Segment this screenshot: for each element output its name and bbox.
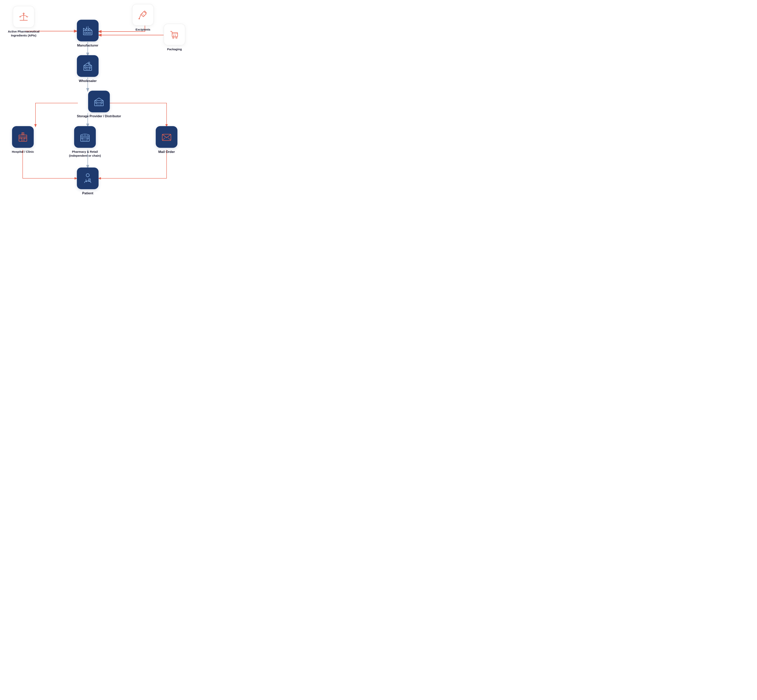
diagram-container: Active Pharmaceutical Ingredients (APIs)… [0,0,189,207]
packaging-icon [169,28,180,41]
storage-node: Storage Provider / Distributor [77,91,121,119]
svg-line-10 [139,14,141,18]
excipients-icon [137,9,149,21]
storage-label: Storage Provider / Distributor [77,114,121,119]
manufacturer-icon-box [77,20,99,41]
hospital-icon-box [12,126,34,148]
hospital-label: Hospital / Clinic [12,150,34,154]
svg-line-9 [23,15,27,16]
api-node: Active Pharmaceutical Ingredients (APIs) [4,6,43,37]
svg-point-5 [23,13,24,14]
svg-rect-47 [87,138,89,139]
svg-rect-19 [84,32,86,34]
wholesaler-node: Wholesaler [77,55,99,83]
svg-rect-38 [20,138,21,139]
svg-rect-33 [95,102,97,103]
hospital-node: Hospital / Clinic [12,126,34,154]
packaging-label: Packaging [167,47,182,51]
svg-rect-21 [89,32,91,34]
manufacturer-node: Manufacturer [77,20,99,48]
svg-point-11 [139,18,140,19]
svg-rect-39 [25,138,26,139]
pharmacy-icon-box [74,126,96,148]
svg-line-8 [20,15,23,16]
api-icon-box [13,6,34,28]
excipients-label: Excipients [135,28,150,31]
storage-icon [93,95,105,108]
svg-line-53 [168,138,171,141]
wholesaler-icon [82,60,94,72]
svg-line-52 [162,138,165,141]
patient-icon-box [77,167,99,189]
api-icon [18,11,30,23]
svg-rect-27 [84,67,86,68]
mailorder-icon [161,131,172,143]
svg-rect-28 [89,67,91,68]
svg-rect-46 [81,138,83,139]
manufacturer-icon [82,25,94,36]
wholesaler-label: Wholesaler [79,79,97,83]
patient-node: Patient [77,167,99,195]
wholesaler-icon-box [77,55,99,77]
excipients-icon-box [132,4,154,26]
svg-point-54 [86,173,89,177]
mailorder-node: Mail Order [156,126,177,154]
patient-icon [82,172,94,184]
svg-point-15 [176,37,177,39]
svg-point-14 [173,37,174,39]
packaging-icon-box [164,23,185,45]
mailorder-icon-box [156,126,177,148]
patient-label: Patient [82,191,94,195]
pharmacy-node: Pharmacy & Retail(independent or chain) [69,126,101,158]
svg-rect-13 [172,33,178,37]
svg-rect-34 [101,102,103,103]
storage-icon-box [88,91,110,112]
packaging-node: Packaging [164,23,185,51]
api-label: Active Pharmaceutical Ingredients (APIs) [4,30,43,37]
svg-rect-20 [87,32,89,34]
hospital-icon [17,131,29,143]
pharmacy-icon [79,131,91,143]
svg-point-55 [86,181,87,182]
pharmacy-label: Pharmacy & Retail(independent or chain) [69,150,101,158]
mailorder-label: Mail Order [158,150,175,154]
manufacturer-label: Manufacturer [77,43,99,48]
excipients-node: Excipients [132,4,154,31]
